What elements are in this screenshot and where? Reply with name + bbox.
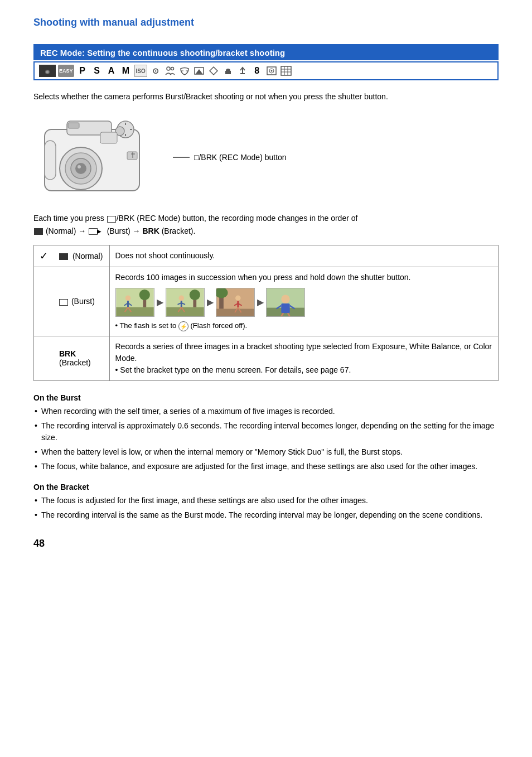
svg-point-56 xyxy=(178,296,184,301)
m-mode-icon: M xyxy=(120,65,132,77)
svg-rect-53 xyxy=(166,307,204,316)
easy-mode-icon: EASY xyxy=(58,65,74,77)
svg-point-46 xyxy=(125,296,130,301)
list-item: The focus is adjusted for the first imag… xyxy=(33,495,499,507)
a-mode-icon: A xyxy=(105,65,118,77)
svg-rect-43 xyxy=(116,307,153,316)
people-mode-icon xyxy=(164,65,176,77)
svg-point-16 xyxy=(270,70,272,72)
arrow-up-mode-icon xyxy=(236,65,249,77)
svg-point-27 xyxy=(75,163,86,174)
iso-mode-icon: ISO xyxy=(134,65,147,77)
burst-arrow-2: ▶ xyxy=(207,296,214,309)
svg-point-45 xyxy=(139,290,149,300)
svg-point-66 xyxy=(235,296,241,301)
camera-mode-icon xyxy=(39,65,56,77)
circle-mode-icon: ⊙ xyxy=(149,65,162,77)
svg-rect-37 xyxy=(45,141,56,180)
on-burst-heading: On the Burst xyxy=(33,393,499,402)
diamond-mode-icon xyxy=(207,65,220,77)
svg-rect-75 xyxy=(281,303,289,313)
flash-note: • The flash is set to ⚡ (Flash forced of… xyxy=(115,320,493,331)
brk-label: BRK xyxy=(59,349,76,358)
burst-images: ▶ ▶ xyxy=(115,288,493,317)
burst-icon-col: (Burst) xyxy=(54,267,109,336)
page-number: 48 xyxy=(33,538,499,549)
camera-drawing xyxy=(33,113,156,202)
svg-point-55 xyxy=(189,290,200,300)
p-mode-icon: P xyxy=(76,65,89,77)
camera-label: □/BRK (REC Mode) button xyxy=(194,153,287,162)
svg-rect-17 xyxy=(281,66,291,75)
brk-desc: Records a series of three images in a br… xyxy=(109,336,499,380)
mask-mode-icon xyxy=(178,65,191,77)
svg-point-74 xyxy=(281,295,289,303)
svg-marker-10 xyxy=(210,67,217,75)
table-row: (Burst) Records 100 images in succession… xyxy=(34,267,499,336)
svg-rect-38 xyxy=(127,152,137,160)
svg-rect-36 xyxy=(68,123,79,128)
list-item: The focus, white balance, and exposure a… xyxy=(33,461,499,472)
list-item: When the battery level is low, or when t… xyxy=(33,446,499,458)
burst-desc: Records 100 images in succession when yo… xyxy=(109,267,499,336)
check-col-brk xyxy=(34,336,54,380)
list-item: The recording interval is the same as th… xyxy=(33,509,499,521)
8-mode-icon: 8 xyxy=(251,65,263,77)
mountain-mode-icon xyxy=(193,65,205,77)
svg-marker-9 xyxy=(196,69,202,74)
burst-arrow-1: ▶ xyxy=(157,296,163,309)
mode-icons-bar: EASY P S A M ISO ⊙ xyxy=(33,61,499,80)
burst-img-1 xyxy=(115,288,154,317)
list-item: The recording interval is approximately … xyxy=(33,420,499,443)
flash-icon: ⚡ xyxy=(178,321,188,331)
burst-img-3 xyxy=(216,288,255,317)
table-row: BRK (Bracket) Records a series of three … xyxy=(34,336,499,380)
camera-section: □/BRK (REC Mode) button xyxy=(33,113,499,202)
grid-mode-icon xyxy=(265,65,278,77)
svg-point-3 xyxy=(46,71,49,74)
on-burst-list: When recording with the self timer, a se… xyxy=(33,406,499,472)
camera-label-container: □/BRK (REC Mode) button xyxy=(173,153,287,162)
burst-arrow-3: ▶ xyxy=(257,296,264,309)
svg-point-28 xyxy=(78,165,81,168)
burst-label: (Burst) xyxy=(71,297,95,306)
normal-label: (Normal) xyxy=(72,252,103,261)
list-item: When recording with the self timer, a se… xyxy=(33,406,499,417)
normal-desc: Does not shoot continuously. xyxy=(109,245,499,267)
s-mode-icon: S xyxy=(91,65,103,77)
intro-text: Selects whether the camera performs Burs… xyxy=(33,90,499,103)
grid2-mode-icon xyxy=(280,65,292,77)
checkmark-icon: ✓ xyxy=(40,250,48,262)
each-time-text: Each time you press /BRK (REC Mode) butt… xyxy=(33,212,499,237)
half-circle-mode-icon xyxy=(222,65,234,77)
svg-rect-1 xyxy=(43,66,48,69)
svg-rect-11 xyxy=(225,71,231,74)
check-col: ✓ xyxy=(34,245,54,267)
svg-rect-35 xyxy=(100,132,117,143)
page-title: Shooting with manual adjustment xyxy=(33,17,499,28)
on-bracket-list: The focus is adjusted for the first imag… xyxy=(33,495,499,521)
burst-img-2 xyxy=(166,288,205,317)
check-col-burst xyxy=(34,267,54,336)
svg-point-5 xyxy=(171,67,173,70)
svg-point-4 xyxy=(167,67,170,70)
on-bracket-heading: On the Bracket xyxy=(33,483,499,491)
mode-icon-col: (Normal) xyxy=(54,245,109,267)
rec-mode-header: REC Mode: Setting the continuous shootin… xyxy=(33,44,499,60)
modes-table: ✓ (Normal) Does not shoot continuously. … xyxy=(33,245,499,381)
table-row: ✓ (Normal) Does not shoot continuously. xyxy=(34,245,499,267)
brk-icon-col: BRK (Bracket) xyxy=(54,336,109,380)
burst-img-4 xyxy=(266,288,305,317)
